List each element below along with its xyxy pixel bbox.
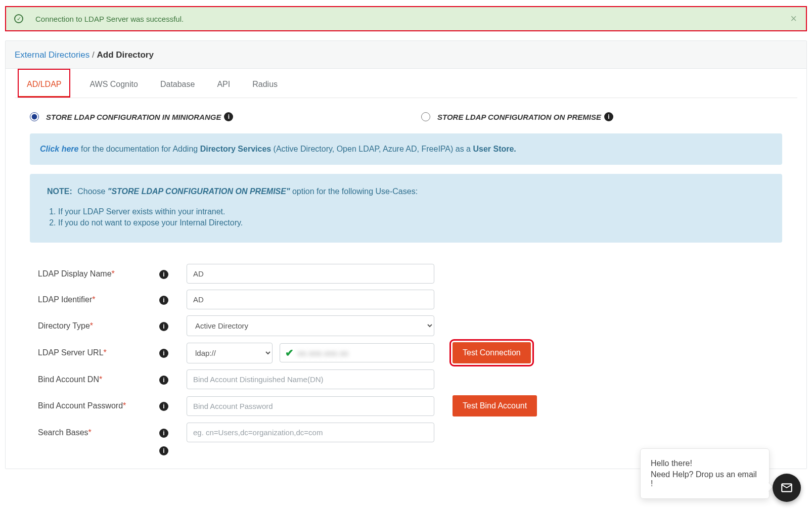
test-connection-button[interactable]: Test Connection — [453, 342, 531, 363]
directory-type-tabs: AD/LDAP AWS Cognito Database API Radius — [15, 69, 797, 98]
radio-store-onpremise-input[interactable] — [421, 112, 430, 121]
chat-fab-button[interactable] — [773, 474, 801, 478]
info-icon[interactable]: i — [159, 402, 168, 411]
radio-store-miniorange-input[interactable] — [30, 112, 39, 121]
info-icon[interactable]: i — [159, 446, 168, 455]
tab-api[interactable]: API — [214, 69, 233, 98]
radio-store-onpremise[interactable]: STORE LDAP CONFIGURATION ON PREMISE i — [421, 112, 782, 121]
success-alert: ✓ Connection to LDAP Server was successf… — [5, 6, 807, 31]
ldap-identifier-input[interactable] — [187, 290, 434, 309]
radio-store-onpremise-label: STORE LDAP CONFIGURATION ON PREMISE — [437, 113, 601, 121]
info-icon[interactable]: i — [159, 322, 168, 331]
note-label: NOTE: — [47, 187, 72, 196]
chat-line-1: Hello there! — [651, 459, 759, 468]
radio-store-miniorange-label: STORE LDAP CONFIGURATION IN MINIORANGE — [46, 113, 221, 121]
info-icon[interactable]: i — [224, 112, 233, 121]
bind-dn-input[interactable] — [187, 369, 434, 389]
bind-dn-label: Bind Account DN — [38, 375, 99, 384]
tab-ad-ldap[interactable]: AD/LDAP — [18, 69, 70, 98]
info-icon[interactable]: i — [159, 429, 168, 438]
config-location-radio-row: STORE LDAP CONFIGURATION IN MINIORANGE i… — [15, 98, 797, 130]
ldap-server-url-label: LDAP Server URL — [38, 348, 104, 357]
tab-radius[interactable]: Radius — [249, 69, 281, 98]
chat-help-bubble: Hello there! Need Help? Drop us an email… — [640, 448, 770, 478]
info-icon[interactable]: i — [159, 349, 168, 358]
search-bases-label: Search Bases — [38, 428, 88, 437]
ldap-display-name-label: LDAP Display Name — [38, 269, 112, 278]
breadcrumb-parent-link[interactable]: External Directories — [15, 50, 89, 60]
content-area: AD/LDAP AWS Cognito Database API Radius … — [6, 68, 806, 469]
bind-password-label: Bind Account Password — [38, 401, 123, 410]
ldap-display-name-input[interactable] — [187, 264, 434, 284]
directory-type-select[interactable]: Active Directory — [187, 315, 434, 336]
alert-message: Connection to LDAP Server was successful… — [35, 15, 184, 23]
check-icon: ✔ — [285, 347, 294, 359]
click-here-link[interactable]: Click here — [40, 145, 78, 153]
ldap-identifier-label: LDAP Identifier — [38, 295, 92, 304]
list-item: If your LDAP Server exists within your i… — [58, 207, 765, 216]
check-circle-icon: ✓ — [14, 14, 23, 23]
chat-line-2: Need Help? Drop us an email ! — [651, 470, 759, 478]
close-alert-button[interactable]: × — [790, 12, 797, 25]
tab-aws-cognito[interactable]: AWS Cognito — [86, 69, 141, 98]
info-icon[interactable]: i — [159, 296, 168, 305]
test-bind-account-button[interactable]: Test Bind Account — [453, 395, 537, 416]
info-icon[interactable]: i — [604, 112, 613, 121]
directory-type-label: Directory Type — [38, 321, 90, 330]
info-icon[interactable]: i — [159, 270, 168, 279]
documentation-callout: Click here for the documentation for Add… — [30, 133, 782, 165]
list-item: If you do not want to expose your Intern… — [58, 218, 765, 227]
ldap-config-form: LDAP Display Name* i LDAP Identifier* i … — [15, 252, 797, 452]
bind-password-input[interactable] — [187, 396, 434, 416]
tab-database[interactable]: Database — [157, 69, 198, 98]
search-bases-input[interactable] — [187, 423, 434, 442]
ldap-host-value: xx.xxx.xxx.xx — [298, 349, 349, 357]
info-icon[interactable]: i — [159, 376, 168, 385]
radio-store-miniorange[interactable]: STORE LDAP CONFIGURATION IN MINIORANGE i — [30, 112, 391, 121]
breadcrumb-current: Add Directory — [97, 50, 154, 60]
note-usecase-list: If your LDAP Server exists within your i… — [58, 207, 765, 227]
ldap-protocol-select[interactable]: ldap:// — [187, 343, 273, 363]
note-callout: NOTE: Choose "STORE LDAP CONFIGURATION O… — [30, 174, 782, 243]
page-panel: External Directories / Add Directory AD/… — [5, 40, 807, 469]
breadcrumb: External Directories / Add Directory — [6, 41, 806, 68]
ldap-host-input-wrap[interactable]: ✔ xx.xxx.xxx.xx — [280, 343, 434, 362]
